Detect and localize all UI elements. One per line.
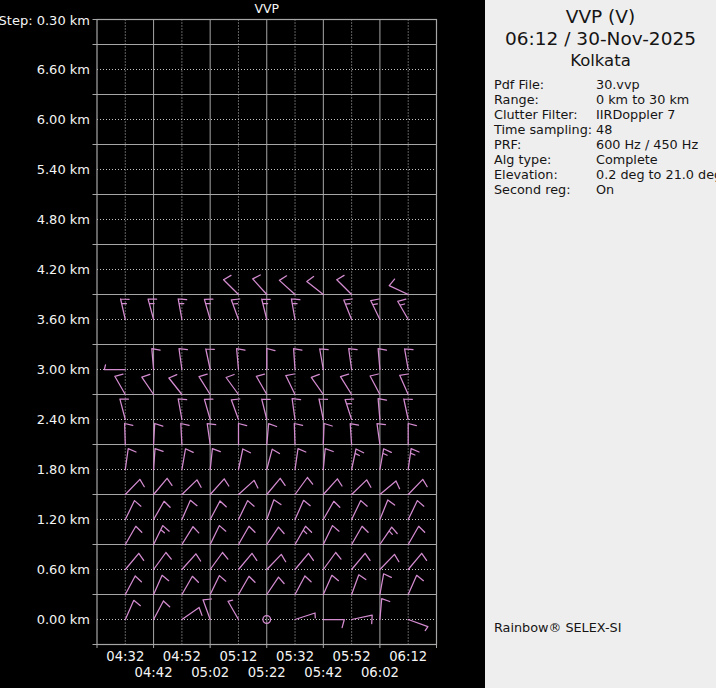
x-tick-label: 05:12 bbox=[219, 649, 257, 664]
wind-barb bbox=[237, 349, 245, 370]
wind-barb bbox=[323, 501, 340, 519]
wind-barb bbox=[295, 449, 306, 470]
wind-barb bbox=[239, 553, 257, 569]
info-row-value: 30.vvp bbox=[596, 77, 640, 92]
wind-barb bbox=[154, 553, 172, 570]
y-tick-label: 1.20 km bbox=[37, 512, 90, 527]
info-row-label: Clutter Filter: bbox=[494, 107, 596, 122]
wind-barb bbox=[408, 575, 423, 594]
info-row-value: 0 km to 30 km bbox=[596, 92, 689, 107]
info-row-value: On bbox=[596, 182, 614, 197]
wind-barb bbox=[125, 449, 136, 470]
wind-barb bbox=[228, 600, 239, 619]
wind-barb bbox=[352, 501, 368, 520]
x-tick-label: 04:32 bbox=[106, 649, 144, 664]
x-tick-label: 06:12 bbox=[389, 649, 427, 664]
wind-barb bbox=[154, 478, 172, 494]
info-row-label: Second reg: bbox=[494, 182, 596, 197]
info-row: Second reg:On bbox=[494, 182, 716, 197]
info-row-label: PRF: bbox=[494, 137, 596, 152]
wind-barb bbox=[370, 374, 380, 395]
wind-barb bbox=[256, 374, 267, 394]
x-tick-label: 04:42 bbox=[135, 665, 173, 680]
wind-barb bbox=[179, 349, 187, 370]
wind-barb bbox=[182, 500, 197, 519]
y-step-label: Step: 0.30 km bbox=[0, 13, 90, 28]
wind-barb bbox=[267, 527, 284, 544]
wind-barb bbox=[371, 299, 380, 320]
wind-barb bbox=[169, 375, 182, 395]
wind-barb bbox=[378, 349, 386, 370]
wind-barb bbox=[380, 500, 395, 520]
wind-barb bbox=[352, 480, 371, 495]
wind-barb bbox=[311, 374, 323, 394]
info-row-label: Range: bbox=[494, 92, 596, 107]
wind-barb bbox=[349, 349, 357, 370]
wind-barb bbox=[323, 449, 333, 470]
wind-barb bbox=[224, 275, 239, 294]
wind-barb bbox=[262, 299, 271, 319]
wind-barb bbox=[125, 424, 133, 445]
wind-barb bbox=[125, 479, 144, 494]
info-row: Pdf File:30.vvp bbox=[494, 77, 716, 92]
wind-barb bbox=[152, 349, 160, 370]
wind-barb bbox=[295, 526, 312, 544]
wind-barb bbox=[320, 349, 329, 370]
wind-barb bbox=[104, 365, 125, 370]
y-tick-label: 0.60 km bbox=[37, 562, 90, 577]
wind-barb bbox=[154, 424, 163, 445]
wind-barb bbox=[286, 374, 295, 395]
wind-barb bbox=[350, 424, 358, 445]
wind-barb bbox=[178, 299, 187, 320]
wind-barb bbox=[279, 276, 295, 295]
panel-header: VVP (V) 06:12 / 30-Nov-2025 Kolkata bbox=[485, 6, 716, 70]
x-tick-label: 04:52 bbox=[163, 649, 201, 664]
x-tick-label: 05:42 bbox=[304, 665, 342, 680]
wind-barb bbox=[323, 553, 341, 570]
wind-barb bbox=[226, 375, 238, 395]
panel-datetime: 06:12 / 30-Nov-2025 bbox=[485, 28, 716, 49]
wind-barb bbox=[295, 500, 310, 519]
wind-barb bbox=[182, 576, 199, 594]
wind-barb bbox=[239, 480, 258, 494]
wind-barb bbox=[408, 620, 428, 631]
wind-barb bbox=[267, 424, 277, 445]
panel-title: VVP (V) bbox=[485, 6, 716, 27]
wind-barb bbox=[295, 576, 311, 595]
wind-barb bbox=[182, 554, 201, 570]
wind-barb bbox=[380, 449, 391, 470]
wind-barb bbox=[408, 553, 426, 569]
wind-barb bbox=[262, 399, 271, 419]
wind-barb bbox=[125, 600, 140, 619]
wind-barb bbox=[125, 553, 143, 569]
y-tick-label: 3.60 km bbox=[37, 312, 90, 327]
wind-barb bbox=[352, 526, 369, 544]
y-tick-label: 3.00 km bbox=[37, 362, 90, 377]
x-tick-label: 05:52 bbox=[333, 649, 371, 664]
info-row-value: 0.2 deg to 21.0 deg bbox=[596, 167, 716, 182]
panel-site-name: Kolkata bbox=[485, 51, 716, 70]
info-rows: Pdf File:30.vvpRange:0 km to 30 kmClutte… bbox=[485, 77, 716, 197]
wind-barb bbox=[154, 501, 171, 519]
wind-barb bbox=[207, 424, 216, 445]
wind-barb bbox=[345, 399, 354, 419]
wind-barb bbox=[323, 620, 344, 628]
wind-barb bbox=[267, 500, 281, 520]
info-row-label: Pdf File: bbox=[494, 77, 596, 92]
wind-barb bbox=[323, 575, 338, 594]
wind-barb bbox=[404, 399, 413, 420]
info-row: Time sampling:48 bbox=[494, 122, 716, 137]
wind-barb bbox=[341, 374, 352, 394]
wind-barb bbox=[380, 554, 399, 569]
y-tick-label: 2.40 km bbox=[37, 412, 90, 427]
wind-barb bbox=[295, 613, 315, 620]
wind-barb bbox=[267, 577, 284, 594]
wind-barb bbox=[154, 526, 170, 545]
wind-barb bbox=[408, 526, 425, 544]
wind-barb bbox=[199, 374, 210, 394]
wind-barb bbox=[210, 479, 229, 495]
x-tick-label: 06:02 bbox=[361, 665, 399, 680]
wind-barb bbox=[352, 449, 364, 470]
wind-barb bbox=[323, 424, 332, 445]
info-row-label: Alg type: bbox=[494, 152, 596, 167]
